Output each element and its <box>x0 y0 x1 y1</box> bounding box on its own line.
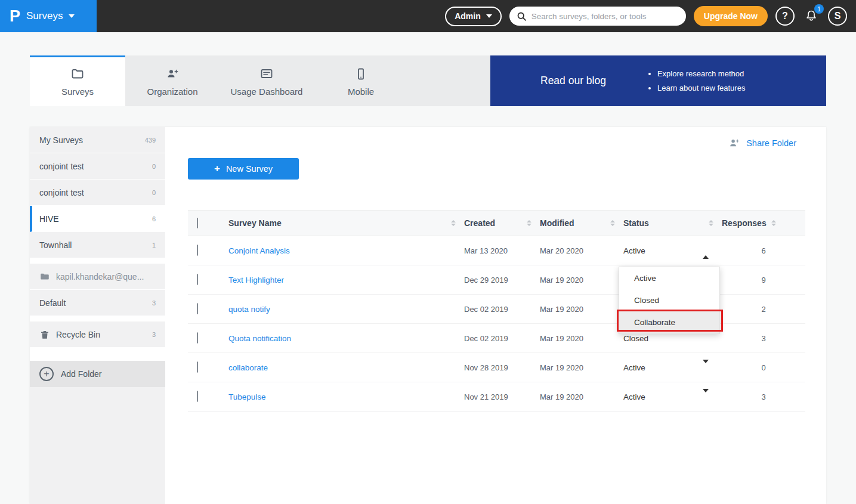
modified-date: Mar 19 2020 <box>540 392 623 401</box>
responses-count: 0 <box>722 363 805 372</box>
header-created[interactable]: Created <box>464 218 540 228</box>
shared-folder-icon <box>39 271 50 282</box>
row-checkbox[interactable] <box>197 303 198 314</box>
header-label: Status <box>623 218 649 228</box>
sort-icon <box>709 220 713 226</box>
sidebar-item-townhall[interactable]: Townhall 1 <box>30 232 165 258</box>
tabstrip: Surveys Organization Usage Dashboard Mob… <box>30 55 826 106</box>
add-folder-button[interactable]: + Add Folder <box>30 361 165 387</box>
tab-mobile[interactable]: Mobile <box>314 55 408 106</box>
row-checkbox[interactable] <box>197 361 198 373</box>
header-survey-name[interactable]: Survey Name <box>228 218 464 228</box>
responses-count: 6 <box>722 246 805 255</box>
sidebar-filler <box>30 387 165 504</box>
chevron-down-icon <box>486 14 492 18</box>
survey-name-link[interactable]: Text Highlighter <box>228 276 464 285</box>
responses-count: 9 <box>722 276 805 285</box>
folder-label: Default <box>39 298 66 308</box>
content-card: My Surveys 439 conjoint test 0 conjoint … <box>30 127 826 504</box>
status-value: Active <box>623 246 645 255</box>
header-label: Modified <box>540 218 574 228</box>
responses-count: 3 <box>722 334 805 343</box>
sidebar-item-recycle-bin[interactable]: Recycle Bin 3 <box>30 321 165 348</box>
row-checkbox[interactable] <box>197 245 198 256</box>
survey-name-link[interactable]: collaborate <box>228 363 464 372</box>
folder-count: 6 <box>152 215 156 222</box>
folder-label: kapil.khandekar@que... <box>56 272 144 282</box>
table-row: Tubepulse Nov 21 2019 Mar 19 2020 Active… <box>188 382 805 412</box>
folder-count: 1 <box>152 242 156 249</box>
search-box <box>509 7 686 26</box>
created-date: Mar 13 2020 <box>464 246 540 255</box>
app-menu-label: Surveys <box>26 10 63 22</box>
status-option-collaborate[interactable]: Collaborate <box>619 311 719 333</box>
sort-icon <box>527 220 531 226</box>
blog-banner[interactable]: Read our blog Explore research method Le… <box>490 55 826 106</box>
app-switcher[interactable]: P Surveys <box>0 0 97 32</box>
status-value: Active <box>623 392 645 401</box>
status-option-active[interactable]: Active <box>619 267 719 289</box>
admin-menu-button[interactable]: Admin <box>445 7 502 26</box>
sort-icon <box>771 220 776 226</box>
search-icon <box>517 11 527 21</box>
header-status[interactable]: Status <box>623 218 722 228</box>
notifications-button[interactable]: 1 <box>802 7 820 25</box>
mobile-icon <box>354 67 368 81</box>
status-dropdown-toggle[interactable] <box>700 390 711 404</box>
tab-organization[interactable]: Organization <box>125 55 220 106</box>
sidebar-item-conjoint-test-2[interactable]: conjoint test 0 <box>30 180 165 206</box>
table-header-row: Survey Name Created Modified Status Resp… <box>188 210 805 236</box>
folder-count: 439 <box>145 137 156 144</box>
upgrade-button[interactable]: Upgrade Now <box>694 6 768 26</box>
questionpro-logo: P <box>10 8 20 24</box>
status-dropdown-toggle[interactable] <box>700 361 711 375</box>
status-dropdown-toggle[interactable] <box>700 244 711 258</box>
status-dropdown-menu: Active Closed Collaborate <box>619 267 720 334</box>
sidebar-item-conjoint-test-1[interactable]: conjoint test 0 <box>30 153 165 180</box>
select-all-checkbox[interactable] <box>197 218 198 228</box>
survey-name-link[interactable]: Quota notification <box>228 334 464 343</box>
folder-label: HIVE <box>39 214 59 224</box>
row-checkbox[interactable] <box>197 332 198 344</box>
modified-date: Mar 20 2020 <box>540 246 623 255</box>
search-input[interactable] <box>531 12 679 21</box>
row-checkbox[interactable] <box>197 391 198 402</box>
new-survey-button[interactable]: + New Survey <box>188 158 299 180</box>
survey-name-link[interactable]: quota notify <box>228 305 464 314</box>
folder-count: 3 <box>152 331 156 338</box>
row-checkbox[interactable] <box>197 274 198 285</box>
sidebar-item-default[interactable]: Default 3 <box>30 290 165 316</box>
sidebar-item-hive[interactable]: HIVE 6 <box>30 206 165 232</box>
user-avatar[interactable]: S <box>828 7 847 26</box>
avatar-letter: S <box>835 11 841 21</box>
sidebar-item-shared-folder[interactable]: kapil.khandekar@que... <box>30 264 165 290</box>
responses-count: 2 <box>722 305 805 314</box>
status-option-closed[interactable]: Closed <box>619 289 719 311</box>
created-date: Dec 29 2019 <box>464 276 540 285</box>
survey-name-link[interactable]: Conjoint Analysis <box>228 246 464 255</box>
trash-icon <box>39 329 50 340</box>
help-button[interactable]: ? <box>775 7 795 26</box>
folder-icon <box>70 67 85 81</box>
header-responses[interactable]: Responses <box>722 218 805 228</box>
survey-name-link[interactable]: Tubepulse <box>228 392 464 401</box>
folder-label: conjoint test <box>39 162 84 171</box>
tab-label: Surveys <box>61 86 94 97</box>
banner-bullet: Learn about new features <box>657 84 745 92</box>
header-modified[interactable]: Modified <box>540 218 623 228</box>
share-folder-button[interactable]: Share Folder <box>727 137 796 150</box>
created-date: Nov 21 2019 <box>464 392 540 401</box>
share-person-icon <box>727 137 740 150</box>
sidebar-item-my-surveys[interactable]: My Surveys 439 <box>30 127 165 153</box>
topbar: P Surveys Admin Upgrade Now ? 1 S <box>0 0 856 32</box>
modified-date: Mar 19 2020 <box>540 363 623 372</box>
tab-usage-dashboard[interactable]: Usage Dashboard <box>220 55 314 106</box>
dashboard-icon <box>259 67 274 81</box>
tab-label: Organization <box>147 86 197 97</box>
tab-surveys[interactable]: Surveys <box>30 55 125 106</box>
plus-circle-icon: + <box>39 367 54 381</box>
banner-bullets: Explore research method Learn about new … <box>647 69 745 92</box>
modified-date: Mar 19 2020 <box>540 334 623 343</box>
created-date: Dec 02 2019 <box>464 334 540 343</box>
banner-title: Read our blog <box>540 75 606 87</box>
